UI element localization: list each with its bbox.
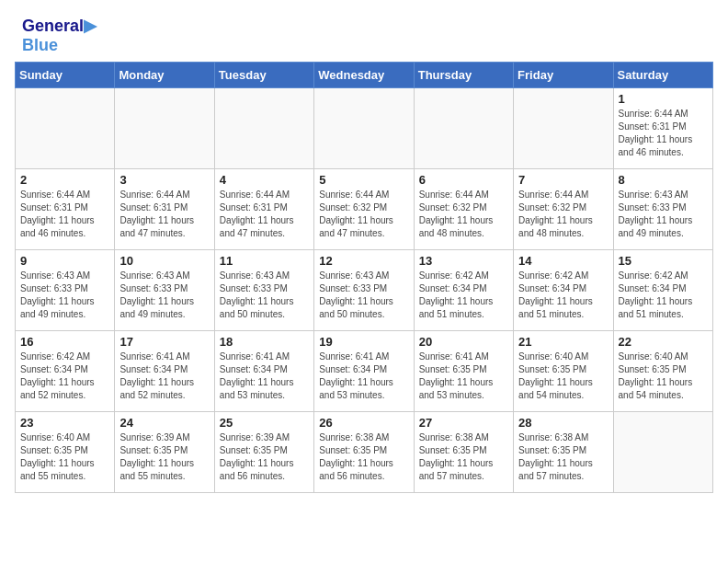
calendar-cell: 11Sunrise: 6:43 AM Sunset: 6:33 PM Dayli… (214, 250, 313, 331)
day-info: Sunrise: 6:42 AM Sunset: 6:34 PM Dayligh… (619, 270, 708, 321)
calendar-cell (514, 88, 613, 169)
day-number: 10 (119, 254, 209, 268)
day-number: 6 (419, 173, 508, 187)
calendar-table: SundayMondayTuesdayWednesdayThursdayFrid… (15, 62, 713, 493)
logo-blue: Blue (22, 36, 97, 55)
day-info: Sunrise: 6:38 AM Sunset: 6:35 PM Dayligh… (319, 431, 408, 483)
calendar-cell: 2Sunrise: 6:44 AM Sunset: 6:31 PM Daylig… (16, 169, 115, 250)
day-info: Sunrise: 6:38 AM Sunset: 6:35 PM Dayligh… (419, 431, 508, 483)
day-info: Sunrise: 6:43 AM Sunset: 6:33 PM Dayligh… (619, 189, 708, 240)
day-info: Sunrise: 6:40 AM Sunset: 6:35 PM Dayligh… (20, 431, 109, 483)
day-number: 5 (319, 173, 408, 187)
calendar-cell: 5Sunrise: 6:44 AM Sunset: 6:32 PM Daylig… (314, 169, 414, 250)
day-number: 11 (220, 254, 309, 268)
calendar-cell: 1Sunrise: 6:44 AM Sunset: 6:31 PM Daylig… (613, 88, 712, 169)
column-header-sunday: Sunday (16, 63, 115, 88)
day-info: Sunrise: 6:43 AM Sunset: 6:33 PM Dayligh… (20, 270, 109, 321)
day-number: 8 (619, 173, 708, 187)
day-info: Sunrise: 6:44 AM Sunset: 6:31 PM Dayligh… (119, 189, 209, 240)
day-info: Sunrise: 6:41 AM Sunset: 6:34 PM Dayligh… (319, 350, 408, 402)
day-info: Sunrise: 6:44 AM Sunset: 6:31 PM Dayligh… (220, 189, 309, 240)
calendar-cell: 9Sunrise: 6:43 AM Sunset: 6:33 PM Daylig… (16, 250, 115, 331)
calendar-cell (214, 88, 313, 169)
calendar-cell (16, 88, 115, 169)
calendar-cell: 21Sunrise: 6:40 AM Sunset: 6:35 PM Dayli… (514, 331, 613, 412)
calendar-cell: 26Sunrise: 6:38 AM Sunset: 6:35 PM Dayli… (314, 412, 414, 493)
day-info: Sunrise: 6:39 AM Sunset: 6:35 PM Dayligh… (220, 431, 309, 483)
column-header-friday: Friday (514, 63, 613, 88)
day-number: 23 (20, 416, 109, 430)
calendar-cell: 15Sunrise: 6:42 AM Sunset: 6:34 PM Dayli… (613, 250, 712, 331)
day-number: 3 (119, 173, 209, 187)
calendar-cell: 19Sunrise: 6:41 AM Sunset: 6:34 PM Dayli… (314, 331, 414, 412)
calendar-cell: 13Sunrise: 6:42 AM Sunset: 6:34 PM Dayli… (414, 250, 513, 331)
calendar-cell: 25Sunrise: 6:39 AM Sunset: 6:35 PM Dayli… (214, 412, 313, 493)
calendar-cell: 20Sunrise: 6:41 AM Sunset: 6:35 PM Dayli… (414, 331, 513, 412)
day-info: Sunrise: 6:43 AM Sunset: 6:33 PM Dayligh… (319, 270, 408, 321)
day-info: Sunrise: 6:42 AM Sunset: 6:34 PM Dayligh… (20, 350, 109, 402)
calendar-cell: 6Sunrise: 6:44 AM Sunset: 6:32 PM Daylig… (414, 169, 513, 250)
day-number: 4 (220, 173, 309, 187)
day-info: Sunrise: 6:41 AM Sunset: 6:34 PM Dayligh… (220, 350, 309, 402)
calendar-cell: 14Sunrise: 6:42 AM Sunset: 6:34 PM Dayli… (514, 250, 613, 331)
day-number: 21 (518, 335, 608, 349)
calendar-cell: 27Sunrise: 6:38 AM Sunset: 6:35 PM Dayli… (414, 412, 513, 493)
day-number: 27 (419, 416, 508, 430)
day-number: 2 (20, 173, 109, 187)
logo-text: General▶ (22, 17, 97, 36)
calendar-cell: 22Sunrise: 6:40 AM Sunset: 6:35 PM Dayli… (613, 331, 712, 412)
day-number: 15 (619, 254, 708, 268)
calendar-cell: 18Sunrise: 6:41 AM Sunset: 6:34 PM Dayli… (214, 331, 313, 412)
day-number: 17 (119, 335, 209, 349)
calendar-cell: 7Sunrise: 6:44 AM Sunset: 6:32 PM Daylig… (514, 169, 613, 250)
day-number: 26 (319, 416, 408, 430)
day-info: Sunrise: 6:40 AM Sunset: 6:35 PM Dayligh… (619, 350, 708, 402)
calendar-cell: 23Sunrise: 6:40 AM Sunset: 6:35 PM Dayli… (16, 412, 115, 493)
day-info: Sunrise: 6:42 AM Sunset: 6:34 PM Dayligh… (518, 270, 608, 321)
day-info: Sunrise: 6:44 AM Sunset: 6:31 PM Dayligh… (20, 189, 109, 240)
page-header: General▶ Blue (0, 0, 728, 62)
calendar-cell (314, 88, 414, 169)
day-number: 14 (518, 254, 608, 268)
day-number: 22 (619, 335, 708, 349)
day-number: 12 (319, 254, 408, 268)
day-info: Sunrise: 6:43 AM Sunset: 6:33 PM Dayligh… (119, 270, 209, 321)
calendar-cell: 24Sunrise: 6:39 AM Sunset: 6:35 PM Dayli… (115, 412, 214, 493)
day-info: Sunrise: 6:41 AM Sunset: 6:35 PM Dayligh… (419, 350, 508, 402)
calendar-cell (115, 88, 214, 169)
calendar-cell: 8Sunrise: 6:43 AM Sunset: 6:33 PM Daylig… (613, 169, 712, 250)
calendar-cell: 28Sunrise: 6:38 AM Sunset: 6:35 PM Dayli… (514, 412, 613, 493)
day-info: Sunrise: 6:44 AM Sunset: 6:32 PM Dayligh… (419, 189, 508, 240)
calendar-cell: 10Sunrise: 6:43 AM Sunset: 6:33 PM Dayli… (115, 250, 214, 331)
column-header-thursday: Thursday (414, 63, 513, 88)
day-number: 18 (220, 335, 309, 349)
column-header-wednesday: Wednesday (314, 63, 414, 88)
day-number: 19 (319, 335, 408, 349)
calendar-cell: 3Sunrise: 6:44 AM Sunset: 6:31 PM Daylig… (115, 169, 214, 250)
column-header-saturday: Saturday (613, 63, 712, 88)
day-number: 7 (518, 173, 608, 187)
day-info: Sunrise: 6:44 AM Sunset: 6:31 PM Dayligh… (619, 108, 708, 159)
day-number: 16 (20, 335, 109, 349)
day-number: 28 (518, 416, 608, 430)
column-header-tuesday: Tuesday (214, 63, 313, 88)
day-info: Sunrise: 6:42 AM Sunset: 6:34 PM Dayligh… (419, 270, 508, 321)
column-header-monday: Monday (115, 63, 214, 88)
day-number: 13 (419, 254, 508, 268)
calendar-cell (613, 412, 712, 493)
day-info: Sunrise: 6:41 AM Sunset: 6:34 PM Dayligh… (119, 350, 209, 402)
day-number: 1 (619, 92, 708, 106)
day-info: Sunrise: 6:38 AM Sunset: 6:35 PM Dayligh… (518, 431, 608, 483)
calendar-cell (414, 88, 513, 169)
day-number: 25 (220, 416, 309, 430)
calendar-cell: 4Sunrise: 6:44 AM Sunset: 6:31 PM Daylig… (214, 169, 313, 250)
day-info: Sunrise: 6:44 AM Sunset: 6:32 PM Dayligh… (319, 189, 408, 240)
day-info: Sunrise: 6:40 AM Sunset: 6:35 PM Dayligh… (518, 350, 608, 402)
day-info: Sunrise: 6:39 AM Sunset: 6:35 PM Dayligh… (119, 431, 209, 483)
day-number: 9 (20, 254, 109, 268)
calendar-cell: 16Sunrise: 6:42 AM Sunset: 6:34 PM Dayli… (16, 331, 115, 412)
day-number: 24 (119, 416, 209, 430)
logo: General▶ Blue (22, 17, 97, 54)
day-info: Sunrise: 6:43 AM Sunset: 6:33 PM Dayligh… (220, 270, 309, 321)
calendar-cell: 17Sunrise: 6:41 AM Sunset: 6:34 PM Dayli… (115, 331, 214, 412)
